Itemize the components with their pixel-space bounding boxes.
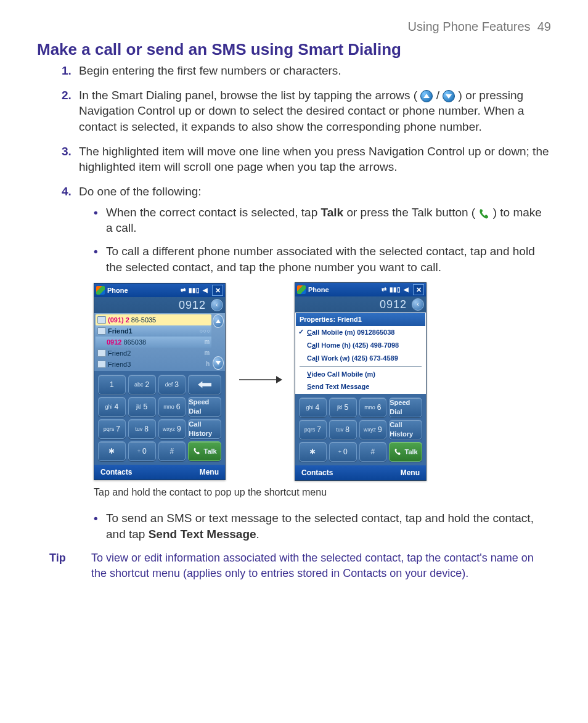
contact-name: Friend1 xyxy=(108,327,133,336)
key-4[interactable]: ghi4 xyxy=(299,398,327,417)
start-icon[interactable] xyxy=(297,285,306,294)
menu-item-call-mobile[interactable]: Call Mobile (m) 0912865038 xyxy=(296,326,425,339)
key-9[interactable]: wxyz9 xyxy=(359,420,387,439)
phone-right: Phone ⇄ ▮▮▯ ◀ ✕ 0912 ‹ Properties: Frien… xyxy=(295,282,427,481)
softkey-right[interactable]: Menu xyxy=(200,467,219,477)
page-header: Using Phone Features 49 xyxy=(37,18,551,35)
step-text: Do one of the following: xyxy=(79,185,202,198)
softkey-left[interactable]: Contacts xyxy=(100,467,132,477)
keypad: 1 abc2 def3 ghi4 jkl5 mno6 Speed Dial pq… xyxy=(94,371,225,465)
key-8[interactable]: tuv8 xyxy=(128,419,156,439)
substeps: When the correct contact is selected, ta… xyxy=(94,205,551,276)
key-1[interactable]: 1 xyxy=(98,375,126,394)
list-item[interactable]: (091) 286-5035 xyxy=(96,314,211,325)
signal-icon: ▮▮▯ xyxy=(190,286,198,295)
scroll-down-button[interactable] xyxy=(213,356,224,370)
context-menu: Properties: Friend1 Call Mobile (m) 0912… xyxy=(295,312,426,394)
scroll-arrows xyxy=(213,314,224,370)
page-number: 49 xyxy=(537,20,551,33)
key-speed-dial[interactable]: Speed Dial xyxy=(188,397,221,417)
key-star[interactable]: ✱ xyxy=(98,441,126,461)
step-text: The highlighted item will move one line … xyxy=(79,145,549,174)
key-call-history[interactable]: Call History xyxy=(389,420,422,439)
popup-title: Properties: Friend1 xyxy=(296,313,425,326)
signal-icon: ▮▮▯ xyxy=(391,285,399,294)
tip-block: Tip To view or edit information associat… xyxy=(37,550,551,581)
key-7[interactable]: pqrs7 xyxy=(98,419,126,439)
key-4[interactable]: ghi4 xyxy=(98,397,126,417)
contact-name: Friend2 xyxy=(108,349,131,358)
list-item-selected[interactable]: Friend1 ○ ○ ○ xyxy=(96,325,211,337)
number-display: 0912 ‹ xyxy=(94,297,225,313)
key-3[interactable]: def3 xyxy=(158,375,186,394)
key-speed-dial[interactable]: Speed Dial xyxy=(389,398,422,417)
key-2[interactable]: abc2 xyxy=(128,375,156,394)
softkey-right[interactable]: Menu xyxy=(401,468,420,478)
key-call-history[interactable]: Call History xyxy=(188,419,221,439)
key-talk[interactable]: Talk xyxy=(188,441,221,461)
key-8[interactable]: tuv8 xyxy=(329,420,357,439)
key-5[interactable]: jkl5 xyxy=(128,397,156,417)
send-text-label: Send Text Message xyxy=(149,528,256,541)
list-item-expanded[interactable]: 0912865038 m xyxy=(96,337,211,348)
bullet-2: To call a different phone number associa… xyxy=(94,243,551,275)
smart-dial-list[interactable]: (091) 286-5035 Friend1 ○ ○ ○ 0912865038 … xyxy=(94,313,225,371)
titlebar: Phone ⇄ ▮▮▯ ◀ ✕ xyxy=(94,284,225,297)
menu-item-send-text[interactable]: Send Text Message xyxy=(296,380,425,393)
start-icon[interactable] xyxy=(96,286,105,295)
section-name: Using Phone Features xyxy=(408,20,531,33)
number-display: 0912 ‹ xyxy=(295,296,426,312)
speaker-icon: ◀ xyxy=(201,286,210,295)
key-backspace[interactable] xyxy=(188,375,221,394)
step-2: 2. In the Smart Dialing panel, browse th… xyxy=(62,88,551,135)
menu-item-call-work[interactable]: Call Work (w) (425) 673-4589 xyxy=(296,352,425,365)
key-star[interactable]: ✱ xyxy=(299,442,327,462)
step-number: 3. xyxy=(62,144,71,160)
backspace-round-button[interactable]: ‹ xyxy=(211,299,223,311)
steps-list: 1. Begin entering the first few numbers … xyxy=(62,63,551,542)
list-item[interactable]: Friend3 h xyxy=(96,359,211,370)
menu-item-call-home[interactable]: Call Home (h) (425) 498-7098 xyxy=(296,339,425,352)
menu-item-video-call[interactable]: Video Call Mobile (m) xyxy=(296,368,425,381)
step-3: 3. The highlighted item will move one li… xyxy=(62,144,551,175)
close-button[interactable]: ✕ xyxy=(413,284,424,295)
bullet-3: To send an SMS or text message to the se… xyxy=(94,510,551,542)
tip-body: To view or edit information associated w… xyxy=(91,550,551,581)
close-button[interactable]: ✕ xyxy=(212,285,223,296)
key-6[interactable]: mno6 xyxy=(158,397,186,417)
backspace-round-button[interactable]: ‹ xyxy=(412,298,424,311)
contact-icon xyxy=(97,327,106,335)
key-hash[interactable]: # xyxy=(158,441,186,461)
softkey-left[interactable]: Contacts xyxy=(301,468,333,478)
key-0[interactable]: +0 xyxy=(128,441,156,461)
step-number: 2. xyxy=(62,88,71,104)
key-0[interactable]: +0 xyxy=(329,442,357,462)
list-item[interactable]: Friend2 m xyxy=(96,348,211,359)
dialed-number: 0912 xyxy=(96,298,208,312)
key-7[interactable]: pqrs7 xyxy=(299,420,327,439)
contact-icon xyxy=(97,316,106,324)
key-5[interactable]: jkl5 xyxy=(329,398,357,417)
contact-icon xyxy=(97,361,106,368)
step-text-part: In the Smart Dialing panel, browse the l… xyxy=(79,89,417,102)
talk-label: Talk xyxy=(321,206,344,219)
softkey-bar: Contacts Menu xyxy=(94,465,225,480)
figure-caption: Tap and hold the contact to pop up the s… xyxy=(94,486,551,499)
talk-icon xyxy=(478,208,489,219)
contact-name: Friend3 xyxy=(108,360,131,369)
key-6[interactable]: mno6 xyxy=(359,398,387,417)
bullet-1: When the correct contact is selected, ta… xyxy=(94,205,551,236)
scroll-up-button[interactable] xyxy=(213,314,224,328)
key-9[interactable]: wxyz9 xyxy=(158,419,186,439)
step-number: 1. xyxy=(62,63,71,79)
dialed-number: 0912 xyxy=(297,297,409,312)
sync-icon: ⇄ xyxy=(380,285,388,294)
key-hash[interactable]: # xyxy=(359,442,387,462)
key-talk[interactable]: Talk xyxy=(389,442,422,462)
arrow-up-icon xyxy=(420,90,433,102)
substeps-continued: To send an SMS or text message to the se… xyxy=(94,510,551,542)
step-text: Begin entering the first few numbers or … xyxy=(79,64,341,77)
menu-separator xyxy=(300,366,422,367)
arrow-down-icon xyxy=(443,90,455,102)
sync-icon: ⇄ xyxy=(179,286,187,295)
